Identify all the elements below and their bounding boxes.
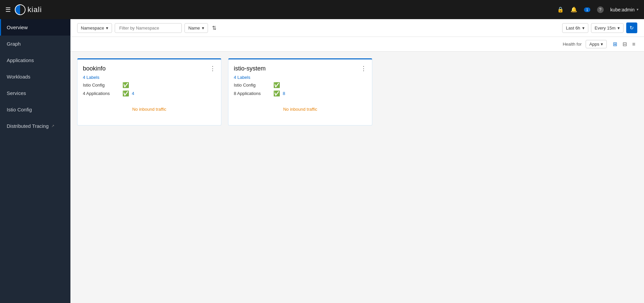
- istio-config-row-istio-system: Istio Config ✅: [234, 82, 367, 88]
- sidebar-item-workloads[interactable]: Workloads: [0, 68, 70, 85]
- user-label: kube:admin: [610, 7, 635, 12]
- health-apps-select[interactable]: Apps ▾: [586, 40, 607, 48]
- namespace-label: Namespace: [81, 26, 104, 31]
- card-header-bookinfo: bookinfo ⋮: [77, 59, 221, 75]
- card-menu-istio-system[interactable]: ⋮: [361, 65, 367, 72]
- sidebar-item-label: Applications: [7, 57, 34, 63]
- istio-config-check-icon-istio-system: ✅: [273, 82, 280, 88]
- sidebar-item-applications[interactable]: Applications: [0, 52, 70, 68]
- time-range-label: Last 6h: [566, 26, 580, 31]
- namespace-card-bookinfo: bookinfo ⋮ 4 Labels Istio Config ✅ 4 App…: [77, 58, 221, 125]
- toolbar-left: Namespace ▾ Name ▾ ⇅: [77, 23, 218, 33]
- health-apps-chevron-icon: ▾: [601, 42, 603, 47]
- istio-config-label-bookinfo: Istio Config: [83, 83, 120, 88]
- sidebar-item-label: Workloads: [7, 74, 31, 80]
- refresh-interval-select[interactable]: Every 15m ▾: [591, 23, 624, 33]
- hamburger-icon[interactable]: ☰: [5, 6, 11, 13]
- applications-check-icon-istio-system: ✅: [273, 90, 280, 97]
- labels-link-istio-system[interactable]: 4 Labels: [234, 75, 250, 80]
- applications-label-bookinfo: 4 Applications: [83, 91, 120, 96]
- view-toggle: ⊞ ⊟ ≡: [611, 40, 637, 49]
- applications-count-bookinfo[interactable]: 4: [132, 91, 134, 96]
- sidebar-item-overview[interactable]: Overview: [0, 19, 70, 36]
- time-range-chevron-icon: ▾: [582, 26, 585, 31]
- refresh-button[interactable]: ↻: [626, 22, 637, 33]
- no-traffic-bookinfo: No inbound traffic: [83, 103, 216, 115]
- sidebar-item-label: Distributed Tracing: [7, 123, 49, 129]
- topnav-left: ☰ kiali: [5, 4, 42, 15]
- notification-badge[interactable]: 1: [584, 7, 590, 12]
- toolbar-right: Last 6h ▾ Every 15m ▾ ↻: [562, 22, 637, 33]
- namespace-card-istio-system: istio-system ⋮ 4 Labels Istio Config ✅ 8…: [228, 58, 372, 125]
- applications-count-istio-system[interactable]: 8: [283, 91, 285, 96]
- list-view-button[interactable]: ≡: [630, 40, 637, 49]
- card-title-istio-system: istio-system: [234, 65, 266, 72]
- name-chevron-icon: ▾: [202, 26, 204, 31]
- sidebar-item-istio-config[interactable]: Istio Config: [0, 101, 70, 118]
- user-chevron-icon: ▾: [637, 7, 639, 12]
- cards-area: bookinfo ⋮ 4 Labels Istio Config ✅ 4 App…: [70, 52, 644, 303]
- card-menu-bookinfo[interactable]: ⋮: [210, 65, 216, 72]
- labels-row-istio-system: 4 Labels: [234, 75, 367, 80]
- user-menu[interactable]: kube:admin ▾: [610, 7, 639, 12]
- card-body-istio-system: 4 Labels Istio Config ✅ 8 Applications ✅…: [228, 75, 372, 120]
- name-label: Name: [188, 26, 200, 31]
- applications-row-bookinfo: 4 Applications ✅ 4: [83, 90, 216, 97]
- main-layout: Overview Graph Applications Workloads Se…: [0, 19, 644, 303]
- external-link-icon: ↗: [51, 124, 54, 128]
- card-body-bookinfo: 4 Labels Istio Config ✅ 4 Applications ✅…: [77, 75, 221, 120]
- sidebar-item-distributed-tracing[interactable]: Distributed Tracing ↗: [0, 118, 70, 134]
- refresh-interval-chevron-icon: ▾: [618, 26, 620, 31]
- applications-check-icon-bookinfo: ✅: [122, 90, 129, 97]
- labels-link-bookinfo[interactable]: 4 Labels: [83, 75, 99, 80]
- labels-row-bookinfo: 4 Labels: [83, 75, 216, 80]
- namespace-cards-row: bookinfo ⋮ 4 Labels Istio Config ✅ 4 App…: [77, 58, 637, 125]
- sidebar: Overview Graph Applications Workloads Se…: [0, 19, 70, 303]
- grid-large-view-button[interactable]: ⊞: [611, 40, 619, 49]
- no-traffic-istio-system: No inbound traffic: [234, 103, 367, 115]
- main-content: Namespace ▾ Name ▾ ⇅ Last 6h ▾ Every 15m…: [70, 19, 644, 303]
- bell-icon[interactable]: 🔔: [571, 6, 577, 13]
- card-title-bookinfo: bookinfo: [83, 65, 106, 72]
- istio-config-check-icon-bookinfo: ✅: [122, 82, 129, 88]
- refresh-interval-label: Every 15m: [595, 26, 615, 31]
- grid-small-view-button[interactable]: ⊟: [621, 40, 629, 49]
- sidebar-item-graph[interactable]: Graph: [0, 36, 70, 52]
- istio-config-row-bookinfo: Istio Config ✅: [83, 82, 216, 88]
- sort-icon[interactable]: ⇅: [211, 23, 218, 33]
- kiali-logo-text: kiali: [28, 5, 42, 14]
- sidebar-item-label: Services: [7, 90, 26, 96]
- sidebar-item-label: Istio Config: [7, 107, 32, 112]
- top-navigation: ☰ kiali 🔒 🔔 1 ? kube:admin ▾: [0, 0, 644, 19]
- name-select[interactable]: Name ▾: [184, 23, 208, 33]
- time-range-select[interactable]: Last 6h ▾: [562, 23, 588, 33]
- namespace-select[interactable]: Namespace ▾: [77, 23, 112, 33]
- health-for-label: Health for: [563, 42, 582, 47]
- health-apps-label: Apps: [589, 42, 599, 47]
- topnav-right: 🔒 🔔 1 ? kube:admin ▾: [557, 6, 639, 13]
- toolbar: Namespace ▾ Name ▾ ⇅ Last 6h ▾ Every 15m…: [70, 19, 644, 37]
- card-header-istio-system: istio-system ⋮: [228, 59, 372, 75]
- namespace-chevron-icon: ▾: [106, 26, 108, 31]
- istio-config-label-istio-system: Istio Config: [234, 83, 271, 88]
- health-bar: Health for Apps ▾ ⊞ ⊟ ≡: [70, 37, 644, 52]
- applications-row-istio-system: 8 Applications ✅ 8: [234, 90, 367, 97]
- kiali-logo-icon: [15, 4, 25, 15]
- help-icon[interactable]: ?: [597, 6, 604, 13]
- applications-label-istio-system: 8 Applications: [234, 91, 271, 96]
- lock-icon[interactable]: 🔒: [557, 6, 564, 13]
- sidebar-item-services[interactable]: Services: [0, 85, 70, 101]
- sidebar-item-label: Overview: [7, 24, 28, 30]
- filter-namespace-input[interactable]: [115, 23, 182, 33]
- kiali-logo: kiali: [15, 4, 42, 15]
- sidebar-item-label: Graph: [7, 41, 21, 47]
